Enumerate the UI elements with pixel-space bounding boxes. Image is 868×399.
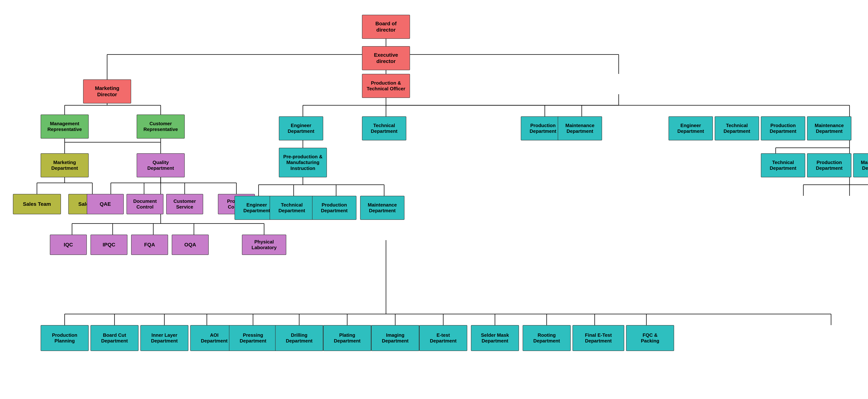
maint-dept-r1-node: MaintenanceDepartment	[558, 116, 602, 141]
oqa-node: OQA	[172, 235, 209, 255]
marketing-dept-node: MarketingDepartment	[41, 153, 89, 177]
qae-node: QAE	[87, 194, 124, 214]
prod-tech-officer-node: Production &Technical Officer	[362, 74, 410, 98]
cust-rep-node: CustomerRepresentative	[137, 115, 185, 139]
plating-node: PlatingDepartment	[323, 325, 371, 351]
prod-planning-node: ProductionPlanning	[41, 325, 89, 351]
final-etest-node: Final E-TestDepartment	[572, 325, 624, 351]
tech-dept-l2-node: TechnicalDepartment	[270, 196, 314, 220]
maint-dept-r2-node: MaintenanceDepartment	[807, 116, 851, 141]
doc-control-node: DocumentControl	[126, 194, 163, 214]
solder-mask-node: Selder MaskDepartment	[471, 325, 519, 351]
preprod-node: Pre-production &ManufacturingInstruction	[279, 148, 327, 177]
eng-dept-l1-node: EngineerDepartment	[279, 116, 323, 141]
inner-layer-node: Inner LayerDepartment	[141, 325, 188, 351]
prod-dept-r3-node: ProductionDepartment	[807, 153, 851, 177]
etest-node: E-testDepartment	[419, 325, 467, 351]
org-chart: Board ofdirector Executivedirector Produ…	[0, 0, 868, 399]
tech-dept-r2-node: TechnicalDepartment	[715, 116, 759, 141]
iqc-node: IQC	[50, 235, 87, 255]
prod-dept-l2-node: ProductionDepartment	[312, 196, 356, 220]
fqc-packing-node: FQC &Packing	[626, 325, 674, 351]
fqa-node: FQA	[131, 235, 168, 255]
maint-dept-l2-node: MaintenanceDepartment	[360, 196, 404, 220]
prod-dept-r2-node: ProductionDepartment	[761, 116, 805, 141]
board-of-director-node: Board ofdirector	[362, 15, 410, 39]
tech-dept-l1-node: TechnicalDepartment	[362, 116, 406, 141]
quality-dept-node: QualityDepartment	[137, 153, 185, 177]
maint-dept-r3-node: MaintenanceDepartment	[853, 153, 868, 177]
ipqc-node: IPQC	[91, 235, 127, 255]
marketing-director-node: MarketingDirector	[83, 80, 131, 103]
mgmt-rep-node: ManagementRepresentative	[41, 115, 89, 139]
drilling-node: DrillingDepartment	[275, 325, 323, 351]
rooting-node: RootingDepartment	[523, 325, 571, 351]
tech-dept-r3-node: TechnicalDepartment	[761, 153, 805, 177]
imaging-node: ImagingDepartment	[371, 325, 419, 351]
sales-team-1-node: Sales Team	[13, 194, 61, 214]
eng-dept-r2-node: EngineerDepartment	[669, 116, 713, 141]
pressing-node: PressingDepartment	[229, 325, 277, 351]
customer-service-node: CustomerService	[166, 194, 203, 214]
physical-lab-node: PhysicalLaboratory	[242, 235, 286, 255]
board-cut-node: Board CutDepartment	[91, 325, 138, 351]
executive-director-node: Executivedirector	[362, 46, 410, 70]
